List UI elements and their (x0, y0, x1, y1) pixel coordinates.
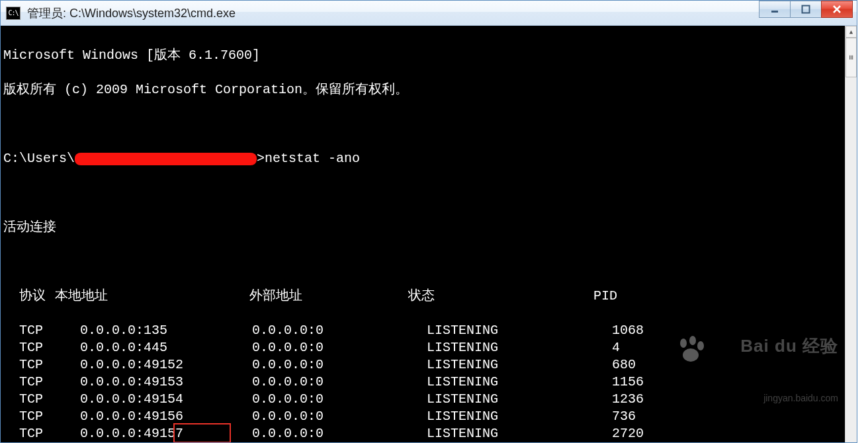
cell-state: LISTENING (427, 391, 612, 408)
cell-state: LISTENING (427, 408, 612, 425)
window-title: 管理员: C:\Windows\system32\cmd.exe (27, 5, 760, 21)
cell-foreign: 0.0.0.0:0 (228, 408, 427, 425)
cmd-icon: C:\ (6, 7, 21, 20)
cell-pid: 2720 (612, 425, 644, 442)
cell-state: LISTENING (427, 322, 612, 339)
cell-local: 0.0.0.0:49156 (56, 408, 228, 425)
cell-foreign: 0.0.0.0:0 (228, 425, 427, 442)
cell-proto: TCP (3, 374, 56, 391)
prompt-suffix: > (257, 150, 265, 167)
scroll-up-button[interactable]: ▲ (846, 26, 857, 38)
cell-pid: 680 (612, 356, 636, 374)
table-row: TCP 0.0.0.0:49152 0.0.0.0:0LISTENING680 (3, 356, 842, 374)
table-row: TCP 0.0.0.0:49157 0.0.0.0:0LISTENING2720 (3, 425, 842, 442)
scroll-track[interactable] (846, 77, 857, 442)
cell-state: LISTENING (427, 339, 612, 356)
cell-pid: 1236 (612, 391, 644, 408)
redacted-username (75, 153, 257, 165)
content-area: Microsoft Windows [版本 6.1.7600] 版权所有 (c)… (1, 26, 857, 442)
cell-state: LISTENING (427, 356, 612, 374)
window-controls (760, 1, 853, 18)
table-row: TCP 0.0.0.0:49154 0.0.0.0:0LISTENING1236 (3, 391, 842, 408)
cell-proto: TCP (3, 425, 56, 442)
close-button[interactable] (821, 1, 853, 18)
table-row: TCP 0.0.0.0:49156 0.0.0.0:0LISTENING736 (3, 408, 842, 425)
cell-state: LISTENING (427, 374, 612, 391)
cell-foreign: 0.0.0.0:0 (228, 356, 427, 374)
cell-proto: TCP (3, 322, 56, 339)
table-header: 协议本地地址外部地址状态PID (3, 288, 842, 305)
scroll-handle[interactable]: ≡ (846, 38, 857, 77)
cell-proto: TCP (3, 356, 56, 374)
cmd-window: C:\ 管理员: C:\Windows\system32\cmd.exe Mic… (0, 0, 857, 443)
titlebar[interactable]: C:\ 管理员: C:\Windows\system32\cmd.exe (1, 1, 857, 26)
header-local: 本地地址 (55, 288, 249, 305)
minimize-button[interactable] (759, 1, 791, 18)
cell-state: LISTENING (427, 425, 612, 442)
cell-foreign: 0.0.0.0:0 (228, 391, 427, 408)
cell-foreign: 0.0.0.0:0 (228, 374, 427, 391)
header-pid: PID (593, 288, 617, 305)
section-title: 活动连接 (3, 219, 842, 236)
cell-local: 0.0.0.0:135 (56, 322, 228, 339)
table-row: TCP 0.0.0.0:135 0.0.0.0:0LISTENING1068 (3, 322, 842, 339)
table-row: TCP 0.0.0.0:445 0.0.0.0:0LISTENING4 (3, 339, 842, 356)
cell-proto: TCP (3, 408, 56, 425)
cell-pid: 1156 (612, 374, 644, 391)
svg-rect-1 (803, 6, 810, 13)
cell-proto: TCP (3, 391, 56, 408)
cell-local: 0.0.0.0:49153 (56, 374, 228, 391)
minimize-icon (770, 5, 779, 14)
cell-pid: 4 (612, 339, 620, 356)
version-line: Microsoft Windows [版本 6.1.7600] (3, 47, 842, 64)
header-state: 状态 (408, 288, 593, 305)
copyright-line: 版权所有 (c) 2009 Microsoft Corporation。保留所有… (3, 81, 842, 99)
prompt-prefix: C:\Users\ (3, 150, 75, 167)
terminal-output[interactable]: Microsoft Windows [版本 6.1.7600] 版权所有 (c)… (1, 26, 845, 442)
cell-foreign: 0.0.0.0:0 (228, 339, 427, 356)
cell-pid: 736 (612, 408, 636, 425)
svg-rect-0 (771, 11, 778, 13)
cell-foreign: 0.0.0.0:0 (228, 322, 427, 339)
cell-proto: TCP (3, 339, 56, 356)
maximize-icon (801, 5, 810, 14)
cell-local: 0.0.0.0:49154 (56, 391, 228, 408)
prompt-line: C:\Users\>netstat -ano (3, 150, 842, 167)
cell-local: 0.0.0.0:49157 (56, 425, 228, 442)
header-foreign: 外部地址 (249, 288, 408, 305)
scrollbar[interactable]: ▲ ≡ (845, 26, 857, 442)
maximize-button[interactable] (790, 1, 822, 18)
table-row: TCP 0.0.0.0:49153 0.0.0.0:0LISTENING1156 (3, 374, 842, 391)
close-icon (832, 5, 842, 14)
header-proto: 协议 (3, 288, 55, 305)
command-text: netstat -ano (265, 150, 360, 167)
cell-local: 0.0.0.0:445 (56, 339, 228, 356)
cell-pid: 1068 (612, 322, 644, 339)
cell-local: 0.0.0.0:49152 (56, 356, 228, 374)
